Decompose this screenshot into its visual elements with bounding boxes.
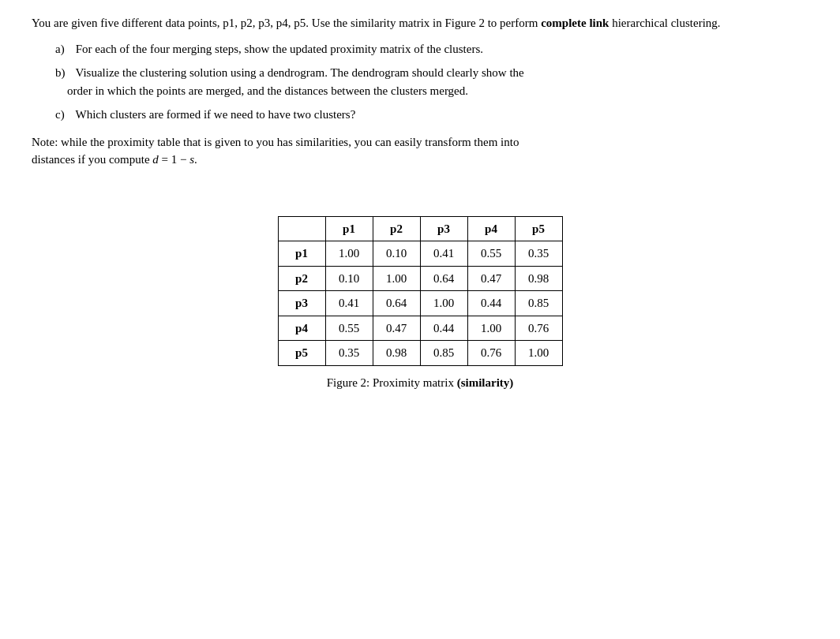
note-line2: distances if you compute d = 1 − s. — [32, 153, 197, 166]
main-paragraph: You are given five different data points… — [32, 14, 808, 32]
question-b-text: Visualize the clustering solution using … — [55, 66, 524, 97]
main-text-start: You are given five different data points… — [32, 17, 538, 29]
note-block: Note: while the proximity table that is … — [32, 133, 808, 169]
table-row: p1 1.00 0.10 0.41 0.55 0.35 — [278, 241, 562, 267]
table-cell-p3-p4: 0.44 — [467, 291, 515, 316]
figure-caption-bold: (similarity) — [457, 376, 514, 389]
table-header-p4: p4 — [467, 216, 515, 241]
table-header-p1: p1 — [325, 216, 373, 241]
question-c-label: c) — [55, 106, 73, 124]
table-cell-p3-p2: 0.64 — [373, 291, 420, 316]
questions-list: a) For each of the four merging steps, s… — [55, 40, 808, 124]
figure-caption: Figure 2: Proximity matrix (similarity) — [327, 374, 514, 392]
table-cell-p4-p1: 0.55 — [325, 316, 373, 341]
proximity-matrix: p1 p2 p3 p4 p5 p1 1.00 0.10 0.41 0.55 0.… — [278, 216, 563, 366]
table-row-label-p2: p2 — [278, 266, 325, 291]
table-cell-p5-p4: 0.76 — [467, 341, 515, 366]
table-header-p5: p5 — [515, 216, 562, 241]
question-a-label: a) — [55, 40, 73, 58]
table-row-label-p4: p4 — [278, 316, 325, 341]
table-row: p5 0.35 0.98 0.85 0.76 1.00 — [278, 341, 562, 366]
table-header-empty — [278, 216, 325, 241]
table-cell-p1-p5: 0.35 — [515, 241, 562, 267]
table-row: p4 0.55 0.47 0.44 1.00 0.76 — [278, 316, 562, 341]
table-cell-p2-p1: 0.10 — [325, 266, 373, 291]
table-cell-p1-p1: 1.00 — [325, 241, 373, 267]
table-cell-p3-p1: 0.41 — [325, 291, 373, 316]
main-paragraph-end: hierarchical clustering. — [612, 17, 720, 29]
table-cell-p4-p3: 0.44 — [420, 316, 467, 341]
table-cell-p5-p2: 0.98 — [373, 341, 420, 366]
question-a-text: For each of the four merging steps, show… — [76, 43, 483, 55]
table-row: p2 0.10 1.00 0.64 0.47 0.98 — [278, 266, 562, 291]
table-row-label-p3: p3 — [278, 291, 325, 316]
table-cell-p5-p1: 0.35 — [325, 341, 373, 366]
table-row-label-p5: p5 — [278, 341, 325, 366]
note-line1: Note: while the proximity table that is … — [32, 136, 519, 148]
table-cell-p2-p4: 0.47 — [467, 266, 515, 291]
question-b: b) Visualize the clustering solution usi… — [55, 64, 808, 99]
table-cell-p5-p5: 1.00 — [515, 341, 562, 366]
table-header-p2: p2 — [373, 216, 420, 241]
table-cell-p4-p4: 1.00 — [467, 316, 515, 341]
figure-caption-prefix: Figure 2: Proximity matrix — [327, 376, 457, 389]
table-header-row: p1 p2 p3 p4 p5 — [278, 216, 562, 241]
table-cell-p1-p4: 0.55 — [467, 241, 515, 267]
bold-complete-link: complete link — [541, 17, 609, 29]
table-row: p3 0.41 0.64 1.00 0.44 0.85 — [278, 291, 562, 316]
figure-area: p1 p2 p3 p4 p5 p1 1.00 0.10 0.41 0.55 0.… — [32, 216, 808, 392]
table-cell-p1-p2: 0.10 — [373, 241, 420, 267]
table-cell-p2-p5: 0.98 — [515, 266, 562, 291]
question-a: a) For each of the four merging steps, s… — [55, 40, 808, 58]
table-row-label-p1: p1 — [278, 241, 325, 267]
table-cell-p5-p3: 0.85 — [420, 341, 467, 366]
table-cell-p4-p5: 0.76 — [515, 316, 562, 341]
table-cell-p2-p2: 1.00 — [373, 266, 420, 291]
table-header-p3: p3 — [420, 216, 467, 241]
question-c: c) Which clusters are formed if we need … — [55, 106, 808, 124]
table-cell-p4-p2: 0.47 — [373, 316, 420, 341]
table-cell-p3-p5: 0.85 — [515, 291, 562, 316]
table-cell-p2-p3: 0.64 — [420, 266, 467, 291]
table-cell-p3-p3: 1.00 — [420, 291, 467, 316]
table-cell-p1-p3: 0.41 — [420, 241, 467, 267]
question-c-text: Which clusters are formed if we need to … — [75, 108, 355, 121]
question-b-label: b) — [55, 64, 73, 82]
